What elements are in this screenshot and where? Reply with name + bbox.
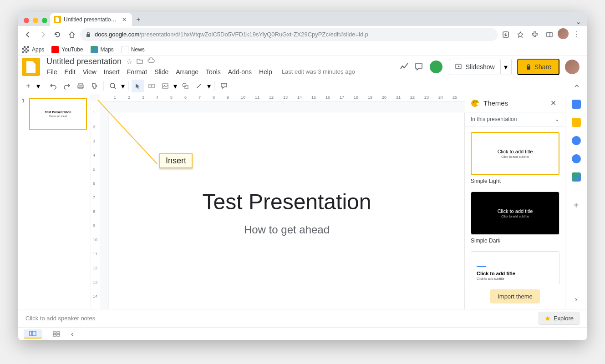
theme-simple-light[interactable]: Click to add title Click to add subtitle [471, 132, 559, 175]
menu-slide[interactable]: Slide [151, 67, 172, 76]
activity-icon[interactable] [400, 62, 409, 71]
redo-button[interactable] [61, 80, 73, 92]
paint-format-button[interactable] [88, 80, 101, 92]
menu-edit[interactable]: Edit [61, 67, 79, 76]
line-dropdown[interactable]: ▾ [206, 82, 212, 91]
browser-home-button[interactable] [66, 28, 78, 41]
slide-number: 1 [22, 98, 26, 130]
svg-rect-16 [185, 86, 188, 89]
keep-app-icon[interactable] [572, 118, 581, 127]
comment-button[interactable]: + [218, 80, 230, 92]
zoom-dropdown[interactable]: ▾ [120, 82, 126, 91]
presence-avatar[interactable] [429, 60, 443, 74]
theme-simple-dark[interactable]: Click to add title Click to add subtitle [471, 192, 559, 235]
theme-name-label: Simple Light [471, 178, 559, 184]
shape-tool[interactable] [179, 80, 192, 92]
menu-file[interactable]: File [44, 67, 61, 76]
window-close-button[interactable] [24, 18, 29, 23]
select-tool[interactable] [132, 80, 144, 92]
browser-reload-button[interactable] [51, 28, 64, 41]
bookmark-star-icon[interactable] [514, 28, 527, 41]
svg-rect-0 [86, 34, 90, 37]
slide-subtitle[interactable]: How to get ahead [244, 223, 330, 236]
star-icon[interactable]: ☆ [126, 57, 132, 66]
menu-tools[interactable]: Tools [203, 67, 224, 76]
window-maximize-button[interactable] [42, 18, 47, 23]
filmstrip-collapse-button[interactable]: ‹ [71, 330, 73, 338]
move-icon[interactable] [136, 57, 143, 66]
import-theme-button[interactable]: Import theme [490, 289, 540, 303]
tasks-app-icon[interactable] [572, 136, 581, 145]
bookmark-youtube[interactable]: YouTube [51, 46, 83, 53]
document-title[interactable]: Untitled presentation [44, 57, 124, 66]
undo-button[interactable] [47, 80, 60, 92]
slideshow-dropdown[interactable]: ▾ [501, 59, 512, 75]
url-text: docs.google.com/presentation/d/1hxWtqwZo… [95, 31, 368, 38]
explore-icon [544, 315, 551, 322]
lock-icon [525, 64, 532, 70]
install-app-icon[interactable] [499, 28, 512, 41]
maps-app-icon[interactable] [572, 172, 581, 182]
share-button[interactable]: Share [517, 59, 559, 75]
theme-name-label: Simple Dark [471, 238, 559, 244]
menu-insert[interactable]: Insert [101, 67, 123, 76]
new-slide-button[interactable]: + [22, 80, 35, 92]
address-bar[interactable]: docs.google.com/presentation/d/1hxWtqwZo… [80, 28, 498, 41]
svg-text:+: + [223, 83, 225, 86]
textbox-tool[interactable]: T [145, 80, 158, 92]
window-minimize-button[interactable] [33, 18, 38, 23]
line-tool[interactable] [193, 80, 205, 92]
cloud-status-icon[interactable] [147, 57, 155, 66]
hide-menus-button[interactable] [570, 80, 583, 92]
edit-status: Last edit was 3 minutes ago [282, 68, 355, 75]
slide-canvas[interactable]: Test Presentation How to get ahead [109, 112, 464, 309]
slides-logo-icon[interactable] [22, 58, 40, 76]
bookmark-news[interactable]: News [121, 46, 145, 53]
tabs-dropdown-icon[interactable]: ⌄ [575, 17, 587, 26]
browser-menu-icon[interactable]: ⋮ [570, 28, 583, 41]
menu-arrange[interactable]: Arrange [173, 67, 202, 76]
menu-view[interactable]: View [80, 67, 100, 76]
add-app-button[interactable]: + [574, 200, 579, 211]
image-tool[interactable] [159, 80, 172, 92]
grid-view-button[interactable] [47, 329, 66, 339]
svg-text:T: T [151, 84, 153, 88]
calendar-app-icon[interactable] [572, 100, 581, 109]
themes-close-button[interactable]: ✕ [550, 99, 559, 108]
svg-point-9 [110, 83, 115, 88]
filmstrip-view-button[interactable] [24, 329, 42, 339]
slide-thumbnail[interactable]: Test Presentation How to get ahead [29, 98, 87, 130]
tab-close-icon[interactable]: ✕ [122, 16, 128, 23]
zoom-button[interactable] [107, 80, 119, 92]
svg-point-20 [473, 101, 474, 103]
menu-addons[interactable]: Add-ons [225, 67, 255, 76]
slideshow-button[interactable]: Slideshow [449, 59, 501, 75]
side-panel-icon[interactable] [543, 28, 556, 41]
notes-resize-handle[interactable] [294, 308, 312, 311]
contacts-app-icon[interactable] [572, 154, 581, 163]
browser-forward-button[interactable] [36, 28, 49, 41]
themes-section-toggle[interactable]: In this presentation ⌄ [465, 112, 565, 126]
browser-tab[interactable]: Untitled presentation - Google ✕ [50, 13, 132, 26]
account-avatar[interactable] [565, 60, 580, 74]
browser-back-button[interactable] [22, 28, 35, 41]
profile-avatar[interactable] [558, 28, 569, 39]
svg-point-21 [474, 100, 476, 101]
print-button[interactable] [74, 80, 87, 92]
image-dropdown[interactable]: ▾ [173, 82, 178, 91]
new-slide-dropdown[interactable]: ▾ [36, 82, 41, 91]
menu-format[interactable]: Format [124, 67, 150, 76]
extensions-icon[interactable] [529, 28, 541, 41]
bookmark-maps[interactable]: Maps [91, 46, 114, 53]
speaker-notes[interactable]: Click to add speaker notes Explore [18, 309, 587, 327]
menu-help[interactable]: Help [256, 67, 275, 76]
horizontal-ruler: 1234567891011121314151617181920212223242… [100, 94, 465, 101]
expand-panel-button[interactable]: › [575, 295, 577, 303]
bookmark-apps[interactable]: Apps [22, 46, 44, 53]
new-tab-button[interactable]: + [132, 13, 145, 26]
notes-placeholder: Click to add speaker notes [25, 315, 95, 322]
explore-button[interactable]: Explore [539, 312, 580, 325]
theme-streamline[interactable]: Click to add title Click to add subtitle [471, 251, 559, 284]
comments-icon[interactable] [414, 62, 423, 71]
slide-title[interactable]: Test Presentation [203, 189, 371, 214]
